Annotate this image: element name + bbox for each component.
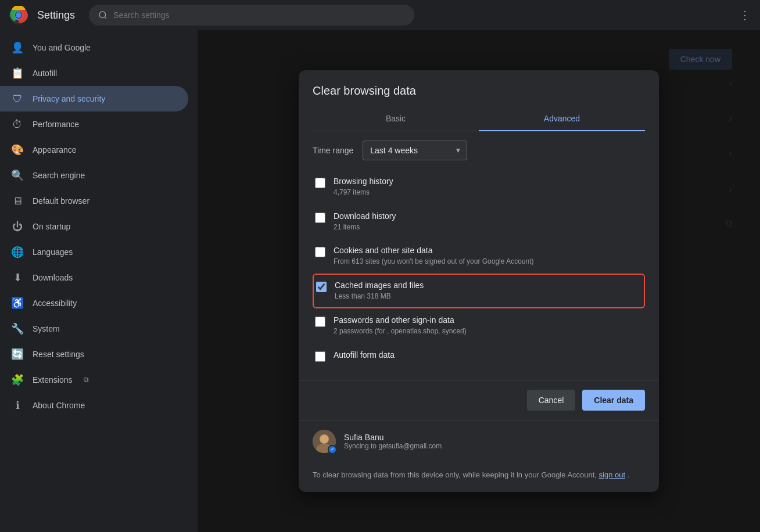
checkbox-content-cached-images: Cached images and files Less than 318 MB (335, 281, 641, 301)
user-info: Sufia Banu Syncing to getsufia@gmail.com (344, 433, 442, 450)
cancel-button[interactable]: Cancel (527, 390, 576, 411)
sidebar-label-downloads: Downloads (33, 273, 73, 282)
checkbox-autofill-form[interactable] (315, 351, 325, 362)
more-options-icon[interactable]: ⋮ (739, 8, 751, 22)
modal-overlay: Clear browsing data Basic Advanced Time … (198, 30, 760, 532)
sidebar-icon-search-engine: 🔍 (12, 170, 23, 181)
checkbox-content-cookies-site-data: Cookies and other site data From 613 sit… (334, 246, 643, 267)
checkbox-wrapper-autofill-form (315, 351, 325, 364)
sidebar-icon-about-chrome: ℹ (12, 400, 23, 411)
time-range-select[interactable]: Last hour Last 24 hours Last 7 days Last… (363, 141, 467, 160)
sidebar-icon-extensions: 🧩 (12, 374, 23, 386)
dialog-tabs: Basic Advanced (313, 107, 645, 131)
signout-section: To clear browsing data from this device … (299, 462, 659, 493)
dialog-body[interactable]: Time range Last hour Last 24 hours Last … (299, 131, 659, 380)
checkbox-label-cached-images: Cached images and files (335, 281, 641, 290)
checkbox-label-download-history: Download history (334, 211, 643, 221)
sidebar-label-system: System (33, 324, 60, 333)
dialog-actions-section: Cancel Clear data (299, 380, 659, 420)
sidebar-label-you-and-google: You and Google (33, 43, 91, 52)
svg-point-8 (320, 435, 328, 443)
time-range-label: Time range (313, 146, 353, 155)
checkbox-content-passwords-signin: Passwords and other sign-in data 2 passw… (334, 315, 643, 336)
signout-link[interactable]: sign out (599, 470, 626, 479)
sidebar-item-autofill[interactable]: 📋 Autofill (0, 60, 188, 86)
app-title: Settings (37, 9, 75, 21)
avatar-wrapper: ✓ (313, 430, 336, 453)
checkbox-item-autofill-form: Autofill form data (313, 343, 645, 371)
sidebar-icon-reset-settings: 🔄 (12, 348, 23, 360)
clear-browsing-data-dialog: Clear browsing data Basic Advanced Time … (299, 70, 659, 492)
search-input[interactable] (113, 10, 404, 20)
sidebar-icon-on-startup: ⏻ (12, 221, 23, 232)
sidebar: 👤 You and Google 📋 Autofill 🛡 Privacy an… (0, 30, 198, 532)
checkbox-desc-passwords-signin: 2 passwords (for , openatlas.shop, synce… (334, 327, 467, 335)
sidebar-item-search-engine[interactable]: 🔍 Search engine (0, 163, 188, 188)
user-name: Sufia Banu (344, 433, 442, 442)
sidebar-label-on-startup: On startup (33, 222, 70, 231)
sidebar-item-reset-settings[interactable]: 🔄 Reset settings (0, 342, 188, 367)
sidebar-item-languages[interactable]: 🌐 Languages (0, 239, 188, 265)
sidebar-icon-accessibility: ♿ (12, 297, 23, 309)
clear-data-button[interactable]: Clear data (582, 390, 645, 411)
sidebar-label-default-browser: Default browser (33, 196, 89, 206)
sidebar-item-performance[interactable]: ⏱ Performance (0, 112, 188, 137)
checkbox-passwords-signin[interactable] (315, 317, 325, 327)
tab-advanced[interactable]: Advanced (479, 107, 645, 131)
checkbox-label-passwords-signin: Passwords and other sign-in data (334, 315, 643, 325)
checkbox-desc-cookies-site-data: From 613 sites (you won't be signed out … (334, 257, 533, 265)
time-range-row: Time range Last hour Last 24 hours Last … (313, 141, 645, 160)
sidebar-item-on-startup[interactable]: ⏻ On startup (0, 214, 188, 239)
sidebar-item-accessibility[interactable]: ♿ Accessibility (0, 290, 188, 316)
user-profile-section: ✓ Sufia Banu Syncing to getsufia@gmail.c… (299, 420, 659, 462)
sidebar-icon-autofill: 📋 (12, 67, 23, 79)
checkbox-wrapper-download-history (315, 213, 325, 225)
sidebar-label-privacy-security: Privacy and security (33, 94, 105, 103)
sidebar-item-about-chrome[interactable]: ℹ About Chrome (0, 393, 188, 418)
chrome-logo (9, 6, 28, 24)
tab-basic[interactable]: Basic (313, 107, 479, 131)
checkbox-cached-images[interactable] (316, 282, 327, 292)
sidebar-label-autofill: Autofill (33, 69, 57, 78)
sidebar-label-about-chrome: About Chrome (33, 401, 85, 410)
sidebar-label-appearance: Appearance (33, 145, 77, 154)
sidebar-label-extensions: Extensions (33, 375, 72, 384)
sidebar-icon-appearance: 🎨 (12, 144, 23, 156)
checkbox-cookies-site-data[interactable] (315, 247, 325, 257)
checkbox-label-browsing-history: Browsing history (334, 177, 643, 186)
checkbox-download-history[interactable] (315, 213, 325, 223)
checkbox-content-download-history: Download history 21 items (334, 211, 643, 232)
sidebar-label-accessibility: Accessibility (33, 299, 77, 308)
sidebar-icon-performance: ⏱ (12, 118, 23, 130)
checkbox-content-autofill-form: Autofill form data (334, 350, 643, 361)
svg-point-4 (99, 12, 106, 18)
topbar: Settings ⋮ (0, 0, 760, 30)
checkbox-item-cached-images: Cached images and files Less than 318 MB (313, 274, 645, 308)
sidebar-icon-system: 🔧 (12, 323, 23, 335)
sidebar-icon-privacy-security: 🛡 (12, 93, 23, 105)
ext-link-icon: ⧉ (84, 376, 89, 384)
sidebar-label-reset-settings: Reset settings (33, 350, 84, 359)
dialog-actions: Cancel Clear data (313, 390, 645, 411)
sidebar-item-you-and-google[interactable]: 👤 You and Google (0, 35, 188, 60)
sidebar-item-appearance[interactable]: 🎨 Appearance (0, 137, 188, 163)
checkbox-browsing-history[interactable] (315, 178, 325, 188)
sidebar-item-privacy-security[interactable]: 🛡 Privacy and security (0, 86, 188, 112)
user-sync-text: Syncing to getsufia@gmail.com (344, 442, 442, 450)
sidebar-item-downloads[interactable]: ⬇ Downloads (0, 265, 188, 290)
sidebar-item-system[interactable]: 🔧 System (0, 316, 188, 342)
checkbox-desc-download-history: 21 items (334, 223, 360, 231)
search-bar[interactable] (89, 5, 414, 26)
checkbox-label-autofill-form: Autofill form data (334, 350, 643, 360)
sidebar-item-default-browser[interactable]: 🖥 Default browser (0, 188, 188, 214)
checkbox-content-browsing-history: Browsing history 4,797 items (334, 177, 643, 197)
search-icon (98, 10, 107, 20)
content-area: Check now › › › › ⧉ Clear browsing data … (198, 30, 760, 532)
checkbox-label-cookies-site-data: Cookies and other site data (334, 246, 643, 255)
dialog-title: Clear browsing data (313, 84, 645, 98)
checkbox-item-cookies-site-data: Cookies and other site data From 613 sit… (313, 239, 645, 274)
sidebar-icon-languages: 🌐 (12, 246, 23, 258)
sidebar-item-extensions[interactable]: 🧩 Extensions ⧉ (0, 367, 188, 393)
sidebar-icon-default-browser: 🖥 (12, 195, 23, 207)
checkbox-item-passwords-signin: Passwords and other sign-in data 2 passw… (313, 308, 645, 343)
